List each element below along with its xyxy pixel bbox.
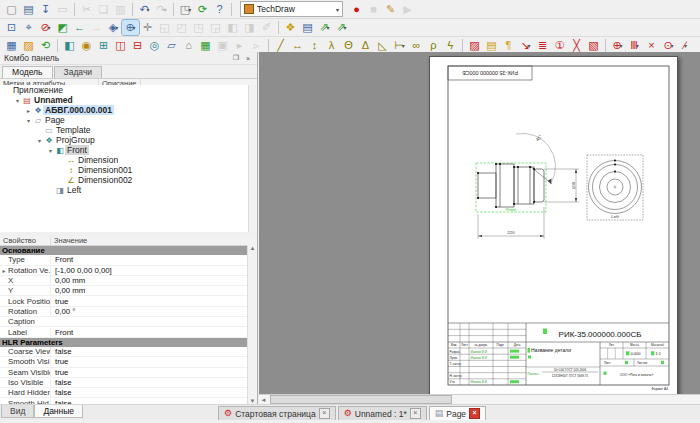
tree-item-assembly-abvg[interactable]: ▸❖АБВГ.000.00.001 bbox=[0, 105, 248, 115]
scroll-left-icon[interactable]: ◄ bbox=[259, 397, 268, 403]
editable-field-marker[interactable] bbox=[510, 380, 519, 383]
centermark-tools-button[interactable]: Ⅲ▾ bbox=[626, 38, 643, 53]
fit-all-button[interactable]: ⊡ bbox=[3, 20, 20, 35]
active-view-button[interactable]: ◉ bbox=[78, 38, 95, 53]
panel-tab-модель[interactable]: Модель bbox=[2, 66, 53, 78]
property-value[interactable]: false bbox=[50, 347, 248, 356]
cosmetic-eraser-button[interactable]: × bbox=[643, 38, 660, 53]
cosmetic-vertex-button[interactable]: ⊙▾ bbox=[660, 38, 677, 53]
tree-item-page[interactable]: ▾▱Page bbox=[0, 115, 248, 125]
tree-expander-icon[interactable]: ▾ bbox=[46, 147, 55, 154]
property-value[interactable]: true bbox=[50, 297, 248, 306]
property-scrollbar[interactable]: ▲ ▼ bbox=[247, 245, 257, 404]
undo-button[interactable]: ↶▾ bbox=[136, 2, 153, 17]
dim-landmark-button[interactable]: ρ bbox=[425, 38, 442, 53]
toggle-frames-button[interactable]: ▧ bbox=[585, 38, 602, 53]
tree-item-application-root[interactable]: Приложение bbox=[0, 85, 248, 95]
zoom-box-button[interactable]: ⌖ bbox=[20, 20, 37, 35]
export-page-dxf-button[interactable]: ⇗▾ bbox=[333, 20, 350, 35]
company-name[interactable]: ООО «Рога и копыта» bbox=[620, 373, 654, 377]
tree-item-dimension001[interactable]: ↕Dimension001 bbox=[0, 165, 248, 175]
titleblock-part-name[interactable]: Название детали bbox=[531, 347, 571, 353]
macro-edit-button[interactable]: ✎ bbox=[382, 2, 399, 17]
tree-item-dimension002[interactable]: ∠Dimension002 bbox=[0, 175, 248, 185]
new-file-button[interactable]: ▢ bbox=[3, 2, 20, 17]
view-home-button[interactable]: ◈▾ bbox=[105, 20, 122, 35]
zoom-tools-button[interactable]: ⊕▾ bbox=[122, 20, 139, 35]
techdraw-preferences-button[interactable]: ❖ bbox=[282, 20, 299, 35]
property-value[interactable]: false bbox=[50, 388, 248, 397]
property-value[interactable]: 0,00 mm bbox=[50, 276, 248, 285]
close-tab-icon[interactable]: × bbox=[410, 408, 421, 419]
leader-line-button[interactable]: ↘▾ bbox=[517, 38, 534, 53]
tree-item-projgroup[interactable]: ▾❖ProjGroup bbox=[0, 135, 248, 145]
face-centerline-button[interactable]: ∕▾ bbox=[677, 38, 694, 53]
titleblock-designation[interactable]: РИК-35.000000.000СБ bbox=[559, 330, 642, 339]
scrollbar-thumb[interactable] bbox=[270, 395, 452, 404]
projection-group-button[interactable]: ⊞ bbox=[95, 38, 112, 53]
property-group-HLR Parameters[interactable]: HLR Parameters bbox=[0, 338, 248, 347]
view-axonometric-button[interactable]: ✛ bbox=[139, 20, 156, 35]
refresh-button[interactable]: ⟳ bbox=[194, 2, 211, 17]
drawing-page[interactable]: РИК-35.000000.000СБ bbox=[429, 56, 678, 397]
dim-repair-button[interactable]: ϟ bbox=[442, 38, 459, 53]
tab-unnamed[interactable]: ⚙Unnamed : 1*× bbox=[338, 406, 427, 421]
insert-annotation-button[interactable]: ¶ bbox=[500, 38, 517, 53]
property-value[interactable]: 0,00 mm bbox=[50, 286, 248, 295]
scroll-up-icon[interactable]: ▲ bbox=[250, 245, 256, 251]
insert-default-page-button[interactable]: ▦ bbox=[3, 38, 20, 53]
tab-page[interactable]: ▤Page× bbox=[429, 406, 486, 421]
float-panel-icon[interactable]: ❐ bbox=[231, 54, 241, 63]
tree-expander-icon[interactable]: ▾ bbox=[24, 117, 33, 124]
redraw-page-button[interactable]: ⟲ bbox=[37, 38, 54, 53]
edit-mode-button[interactable]: ◳▾ bbox=[177, 2, 194, 17]
property-value[interactable]: [-1,00 0,00 0,00] bbox=[50, 266, 248, 275]
tree-expander-icon[interactable]: ▸ bbox=[24, 107, 33, 114]
dim-angle-button[interactable]: Δ bbox=[357, 38, 374, 53]
editable-field-marker[interactable] bbox=[528, 356, 531, 359]
macro-record-button[interactable]: ● bbox=[348, 2, 365, 17]
property-value[interactable]: Front bbox=[50, 255, 248, 264]
detail-view-button[interactable]: ◎ bbox=[146, 38, 163, 53]
centerline-tools-button[interactable]: ⊕▾ bbox=[609, 38, 626, 53]
dock-tab-вид[interactable]: Вид bbox=[1, 405, 34, 418]
combo-panel-titlebar[interactable]: Комбо панель ❐ × bbox=[0, 52, 257, 65]
editable-field-marker[interactable] bbox=[651, 351, 654, 355]
drawing-viewport[interactable]: РИК-35.000000.000СБ bbox=[259, 52, 700, 404]
front-view[interactable]: Front 45° 100 bbox=[476, 133, 579, 239]
dim-vertical-button[interactable]: ↕ bbox=[306, 38, 323, 53]
dim-3pt-angle-button[interactable]: ◺ bbox=[374, 38, 391, 53]
tree-item-document-unnamed[interactable]: ▾▤Unnamed bbox=[0, 95, 248, 105]
close-panel-icon[interactable]: × bbox=[243, 54, 253, 63]
height-dimension[interactable]: 100 bbox=[544, 169, 579, 202]
arch-view-button[interactable]: ⌂ bbox=[180, 38, 197, 53]
dock-tab-данные[interactable]: Данные bbox=[34, 405, 83, 418]
property-value[interactable]: true bbox=[50, 357, 248, 366]
hatch-button[interactable]: ▨ bbox=[466, 38, 483, 53]
export-page-svg-button[interactable]: ⇗▾ bbox=[316, 20, 333, 35]
property-group-Основание[interactable]: Основание bbox=[0, 246, 248, 255]
insert-page-template-button[interactable]: ▨ bbox=[20, 38, 37, 53]
editable-field-marker[interactable] bbox=[661, 361, 664, 364]
close-tab-icon[interactable]: × bbox=[469, 408, 480, 419]
editable-field-marker[interactable] bbox=[543, 329, 547, 335]
mass-value[interactable]: 0,000 bbox=[631, 351, 642, 356]
dim-radius-button[interactable]: λ bbox=[323, 38, 340, 53]
tree-item-view-front[interactable]: ▾◧Front bbox=[0, 145, 248, 155]
section-view-button[interactable]: ◫ bbox=[112, 38, 129, 53]
tree-item-template[interactable]: ▭Template bbox=[0, 125, 248, 135]
editable-field-marker[interactable] bbox=[528, 348, 531, 353]
panel-tab-задачи[interactable]: Задачи bbox=[54, 66, 103, 78]
tree-item-view-left[interactable]: ◨Left bbox=[0, 185, 248, 195]
title-block[interactable]: РИК-35.000000.000СБ Изм. Лист № докум. П… bbox=[448, 323, 669, 391]
draw-style-button[interactable]: ⊘▾ bbox=[37, 20, 54, 35]
scale-value[interactable]: 1:1 bbox=[656, 351, 662, 356]
tree-item-dimension[interactable]: ↔Dimension bbox=[0, 155, 248, 165]
tree-expander-icon[interactable]: ▾ bbox=[35, 137, 44, 144]
property-value[interactable]: Front bbox=[50, 328, 248, 337]
sign-name[interactable]: Иванов И.И bbox=[471, 380, 487, 384]
draft-view-button[interactable]: ▱ bbox=[163, 38, 180, 53]
open-external-browser-button[interactable]: ▤ bbox=[299, 20, 316, 35]
angle-dimension[interactable]: 45° bbox=[516, 133, 556, 184]
dim-length-button[interactable]: ╱ bbox=[272, 38, 289, 53]
